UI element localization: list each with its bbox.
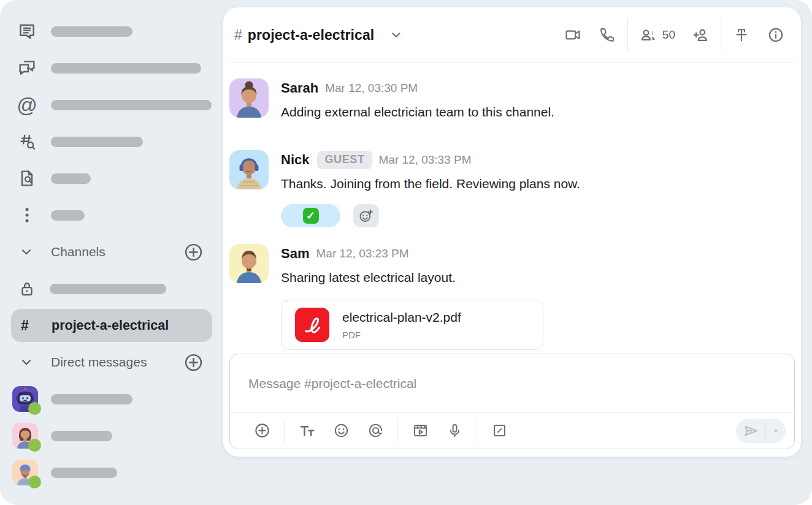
call-button[interactable] — [598, 26, 616, 44]
skeleton-bar — [51, 173, 91, 184]
caret-down-icon — [772, 427, 780, 435]
hash-icon: # — [21, 317, 34, 334]
channel-title: project-a-electrical — [248, 27, 375, 44]
presence-dot — [28, 439, 41, 452]
message-sarah: Sarah Mar 12, 03:30 PM Adding external e… — [229, 78, 786, 121]
presence-dot — [28, 402, 41, 415]
message-body: Nick GUEST Mar 12, 03:33 PM Thanks. Join… — [281, 150, 580, 227]
message-sam: Sam Mar 12, 03:23 PM Sharing latest elec… — [229, 244, 786, 350]
skeleton-bar — [51, 210, 85, 221]
attach-button[interactable] — [253, 422, 271, 440]
chat-header: # project-a-electrical — [223, 7, 801, 63]
video-clip-button[interactable] — [411, 422, 429, 440]
dm-item-user2[interactable] — [0, 417, 223, 454]
skeleton-bar — [51, 63, 201, 74]
author-name[interactable]: Nick — [281, 152, 309, 168]
channel-menu-chevron-icon[interactable] — [389, 28, 404, 42]
members-button[interactable] — [639, 26, 657, 44]
avatar-sam[interactable] — [229, 244, 269, 283]
timestamp: Mar 12, 03:30 PM — [325, 82, 418, 95]
chat-panel: # project-a-electrical — [223, 7, 801, 457]
send-button[interactable] — [736, 419, 765, 443]
file-meta: electrical-plan-v2.pdf PDF — [342, 310, 461, 340]
chevron-down-icon[interactable] — [18, 354, 34, 370]
dms-icon — [16, 57, 38, 79]
pdf-icon — [295, 308, 329, 342]
skeleton-bar — [51, 26, 132, 37]
mention-button[interactable] — [366, 422, 385, 440]
message-text: Sharing latest electrical layout. — [281, 269, 543, 286]
dm-section-header: Direct messages — [0, 344, 223, 381]
avatar-nick[interactable] — [229, 150, 269, 189]
guest-badge: GUEST — [317, 151, 372, 169]
reaction-check[interactable]: ✓ — [281, 204, 340, 227]
channel-name: project-a-electrical — [52, 318, 169, 333]
sidebar-item-more[interactable] — [0, 197, 223, 234]
sidebar-item-mentions[interactable]: @ — [0, 86, 223, 123]
sidebar-item-file-search[interactable] — [0, 160, 223, 197]
divider — [627, 18, 628, 51]
skeleton-bar — [51, 100, 212, 110]
header-actions: 50 — [564, 18, 785, 51]
channel-project-a-electrical[interactable]: # project-a-electrical — [11, 309, 212, 342]
skeleton-bar — [50, 284, 166, 294]
file-type: PDF — [342, 330, 461, 340]
sidebar: @ — [0, 0, 223, 505]
dm-item-user3[interactable] — [0, 454, 223, 491]
user-avatar — [12, 460, 38, 485]
app-window: @ — [0, 0, 812, 505]
threads-icon — [16, 20, 38, 42]
info-button[interactable] — [767, 26, 785, 44]
pin-icon[interactable] — [732, 26, 751, 44]
mentions-icon: @ — [16, 94, 38, 116]
bot-avatar — [12, 386, 38, 412]
videocall-button[interactable] — [564, 26, 582, 44]
presence-dot — [28, 476, 41, 488]
divider — [721, 18, 721, 51]
send-button-group — [736, 419, 786, 443]
add-reaction-button[interactable] — [353, 204, 379, 227]
hash-icon: # — [234, 27, 242, 44]
add-dm-button[interactable] — [183, 352, 204, 373]
text-format-button[interactable] — [297, 422, 316, 440]
dm-item-bot[interactable] — [0, 381, 223, 417]
skeleton-bar — [51, 394, 132, 404]
skeleton-bar — [51, 431, 112, 441]
message-body: Sarah Mar 12, 03:30 PM Adding external e… — [281, 78, 554, 121]
member-count: 50 — [662, 28, 675, 42]
author-name[interactable]: Sarah — [281, 80, 318, 96]
message-text: Thanks. Joining from the field. Reviewin… — [281, 175, 580, 192]
check-emoji: ✓ — [303, 208, 319, 224]
sidebar-item-channel-browser[interactable] — [0, 123, 223, 160]
user-avatar — [12, 423, 38, 449]
channels-label: Channels — [51, 245, 105, 259]
shortcut-button[interactable] — [490, 422, 508, 440]
avatar-sarah[interactable] — [229, 78, 269, 118]
timestamp: Mar 12, 03:33 PM — [379, 153, 472, 167]
channels-section-header: Channels — [0, 234, 223, 270]
skeleton-bar — [51, 137, 143, 147]
chevron-down-icon[interactable] — [18, 244, 34, 260]
send-icon — [743, 423, 759, 439]
direct-messages-label: Direct messages — [51, 355, 147, 370]
add-member-button[interactable] — [691, 26, 710, 44]
channel-browser-icon — [16, 131, 38, 153]
more-icon — [16, 204, 38, 226]
send-options-button[interactable] — [766, 419, 786, 443]
divider — [284, 419, 285, 442]
divider — [397, 419, 398, 442]
composer-toolbar — [230, 413, 794, 448]
mic-button[interactable] — [445, 422, 464, 440]
emoji-button[interactable] — [332, 422, 350, 440]
author-name[interactable]: Sam — [281, 246, 309, 262]
sidebar-item-dms[interactable] — [0, 50, 223, 86]
sidebar-item-threads[interactable] — [0, 13, 223, 50]
message-input[interactable] — [248, 376, 776, 391]
reactions-row: ✓ — [281, 204, 580, 227]
sidebar-item-private-channel[interactable] — [0, 270, 223, 307]
composer-input-row — [230, 354, 794, 413]
divider — [477, 419, 477, 442]
attachment-card[interactable]: electrical-plan-v2.pdf PDF — [281, 300, 543, 350]
add-channel-button[interactable] — [183, 242, 204, 262]
timestamp: Mar 12, 03:23 PM — [316, 247, 408, 260]
